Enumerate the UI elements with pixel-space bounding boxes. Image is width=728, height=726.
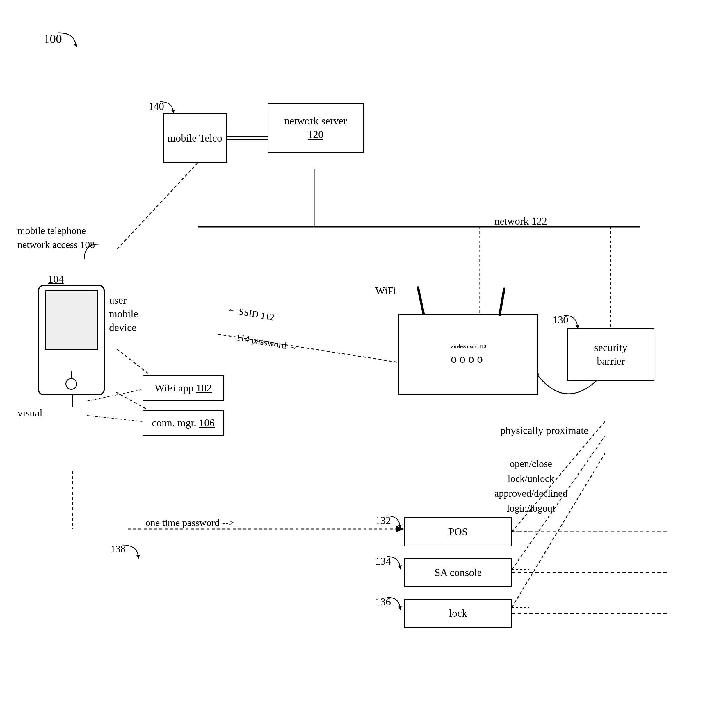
otp-ref-arrow (121, 543, 141, 560)
network-label: network 122 (494, 215, 547, 227)
svg-marker-28 (398, 525, 402, 529)
mobile-telco-ref-arrow (159, 100, 176, 115)
security-barrier-label: securitybarrier (594, 341, 627, 368)
sa-console-ref-arrow (385, 555, 403, 571)
network-server-ref: 120 (308, 128, 323, 142)
network-server-box: network server 120 (268, 103, 364, 153)
actions-label: open/closelock/unlockapproved/declinedlo… (494, 456, 567, 516)
mobile-ref: 104 (48, 273, 64, 285)
svg-line-5 (116, 163, 198, 250)
network-server-label: network server (284, 114, 347, 128)
access-bracket (81, 241, 105, 264)
visual-label: visual (17, 407, 43, 419)
mobile-telco-label: mobile Telco (168, 131, 222, 145)
mobile-telco-box: mobile Telco (163, 113, 227, 163)
physically-proximate-label: physically proximate (500, 424, 589, 436)
lock-box: lock (404, 599, 512, 628)
pos-label: POS (448, 525, 468, 539)
wifi-label: WiFi (375, 285, 396, 297)
one-time-password-label: one time password --> (145, 517, 234, 528)
pos-box: POS (404, 517, 512, 546)
lock-label: lock (449, 607, 467, 620)
svg-marker-24 (73, 43, 77, 47)
password-label: 114 password → (235, 332, 299, 354)
diagram: 100 mobile Telco 140 network server 120 … (0, 0, 728, 726)
sa-console-label: SA console (434, 566, 482, 580)
wireless-router-box: wireless router 110 oooo (398, 314, 538, 395)
user-mobile-device (38, 285, 105, 395)
wireless-router-label: wireless router 110 (451, 344, 486, 349)
wireless-router-dots: oooo (451, 352, 486, 366)
sa-console-box: SA console (404, 558, 512, 587)
wifi-app-box: WiFi app 102 (142, 375, 224, 401)
svg-marker-29 (398, 565, 402, 570)
mobile-screen (45, 290, 98, 350)
user-mobile-device-label: usermobiledevice (109, 294, 138, 334)
figure-number-arrow (57, 31, 80, 49)
svg-marker-27 (136, 555, 140, 559)
security-barrier-ref-arrow (563, 314, 580, 331)
svg-marker-26 (576, 325, 579, 329)
security-barrier-box: securitybarrier (567, 328, 655, 381)
pos-ref-arrow (385, 514, 403, 531)
ssid-label: ← SSID 112 (226, 304, 275, 323)
lock-ref-arrow (385, 596, 403, 612)
conn-mgr-box: conn. mgr. 106 (142, 410, 224, 436)
svg-marker-30 (398, 606, 402, 610)
svg-line-18 (87, 416, 142, 421)
svg-marker-25 (171, 110, 175, 114)
mobile-home-button (66, 378, 77, 390)
